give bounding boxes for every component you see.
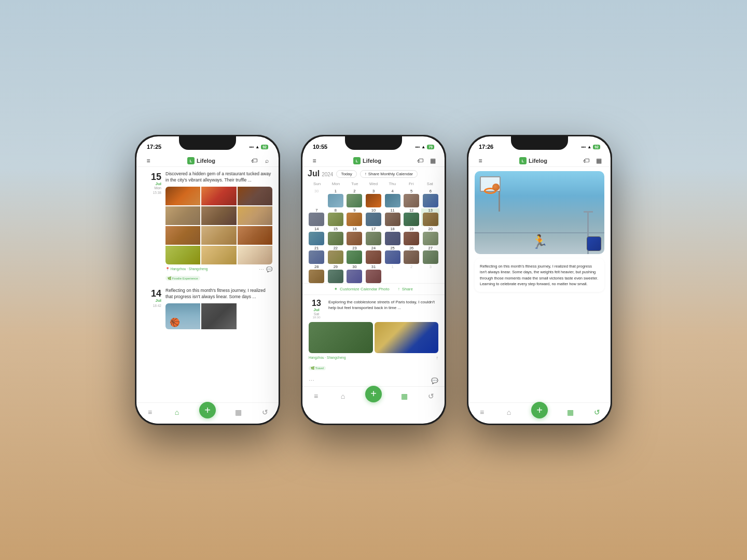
photo-1-11[interactable]: [201, 246, 236, 264]
fab-add-3[interactable]: +: [531, 402, 548, 418]
share-monthly-button[interactable]: ↑ Share Monthly Calendar: [360, 170, 418, 178]
cal-day-3[interactable]: 3: [365, 189, 383, 207]
photo-1-4[interactable]: [165, 206, 200, 225]
menu-icon-1[interactable]: ≡: [144, 156, 153, 165]
photo-1-10[interactable]: [165, 246, 200, 264]
calendar-nav-icon-3[interactable]: ▦: [594, 156, 603, 165]
cal-day-1next[interactable]: 1: [383, 265, 402, 283]
cal-day-num-3next: 3: [430, 265, 432, 269]
cal-day-27[interactable]: 27: [421, 246, 439, 264]
photo-1-8[interactable]: [201, 226, 236, 245]
tab-home-2[interactable]: ⌂: [338, 391, 348, 401]
cal-day-5[interactable]: 5: [403, 189, 421, 207]
photo-1-3[interactable]: [238, 187, 272, 205]
cal-entry-photo-1[interactable]: [309, 322, 373, 353]
cal-day-2[interactable]: 2: [345, 189, 364, 207]
cal-day-31[interactable]: 31: [365, 265, 383, 283]
wifi-icon-1: ▲: [255, 145, 259, 149]
cal-thumb-29: [328, 270, 343, 283]
tab-home-icon-2: ⌂: [338, 391, 348, 401]
cal-day-22[interactable]: 22: [327, 246, 345, 264]
cal-day-6[interactable]: 6: [421, 189, 439, 207]
cal-day-num-4: 4: [391, 189, 393, 193]
tab-home-icon-3: ⌂: [504, 408, 514, 417]
share-cal-btn[interactable]: ↑ Share: [398, 287, 413, 291]
tab-history-2[interactable]: ↺: [426, 391, 436, 401]
calendar-nav-icon-2[interactable]: ▦: [428, 156, 437, 165]
photo-1-2[interactable]: [201, 187, 236, 205]
fab-add-2[interactable]: +: [365, 386, 382, 402]
cal-day-24[interactable]: 24: [365, 246, 383, 264]
cal-day-30prev[interactable]: 30: [308, 189, 326, 207]
cal-entry-photo-2[interactable]: [375, 322, 439, 353]
photo-2-2[interactable]: [201, 303, 236, 329]
photo-1-12[interactable]: [238, 246, 272, 264]
tab-history-3[interactable]: ↺: [592, 408, 602, 417]
cal-day-30[interactable]: 30: [345, 265, 364, 283]
comment-icon-1[interactable]: 💬: [266, 267, 272, 272]
cal-day-20[interactable]: 20: [421, 227, 439, 245]
cal-entry-photos: [309, 322, 438, 353]
more-icon-1[interactable]: ⋯: [259, 267, 264, 272]
detail-thumb-overlay[interactable]: [587, 236, 601, 251]
fab-add-1[interactable]: +: [199, 402, 216, 418]
cal-day-29[interactable]: 29: [327, 265, 345, 283]
cal-day-14[interactable]: 14: [308, 227, 326, 245]
cal-day-num-23: 23: [352, 246, 356, 250]
detail-hero[interactable]: 🏃: [475, 171, 604, 254]
cal-day-2next[interactable]: 2: [403, 265, 421, 283]
cal-day-16[interactable]: 16: [345, 227, 364, 245]
bookmark-icon-3[interactable]: 🏷: [582, 156, 591, 165]
cal-day-10[interactable]: 10: [365, 208, 383, 227]
cal-day-1[interactable]: 1: [327, 189, 345, 207]
photo-1-7[interactable]: [165, 226, 200, 245]
cal-day-15[interactable]: 15: [327, 227, 345, 245]
cal-entry-share[interactable]: ↑: [436, 355, 439, 360]
search-icon-1[interactable]: ⌕: [262, 156, 271, 165]
cal-day-28[interactable]: 28: [308, 265, 326, 283]
tab-calendar-2[interactable]: ▦: [399, 391, 409, 401]
cal-day-18[interactable]: 18: [383, 227, 402, 245]
photo-1-6[interactable]: [238, 206, 272, 225]
tab-calendar-3[interactable]: ▦: [565, 408, 575, 417]
tab-menu-3[interactable]: ≡: [477, 408, 487, 417]
tab-home-1[interactable]: ⌂: [172, 408, 182, 417]
cal-day-num-25: 25: [390, 246, 394, 250]
cal-day-7[interactable]: 7: [308, 208, 326, 227]
cal-day-19[interactable]: 19: [403, 227, 421, 245]
tab-home-3[interactable]: ⌂: [504, 408, 514, 417]
entry-more-icon[interactable]: ⋯: [309, 377, 314, 384]
cal-day-4[interactable]: 4: [383, 189, 402, 207]
photo-2-1[interactable]: 🏀: [165, 303, 200, 329]
photo-1-1[interactable]: [165, 187, 200, 205]
tab-menu-2[interactable]: ≡: [311, 391, 321, 401]
hoop-pole: [499, 191, 500, 212]
tab-menu-1[interactable]: ≡: [145, 408, 155, 417]
menu-icon-2[interactable]: ≡: [310, 156, 319, 165]
tab-history-1[interactable]: ↺: [260, 408, 270, 417]
app-logo-2: L Lifelog: [353, 157, 381, 164]
cal-day-23[interactable]: 23: [345, 246, 364, 264]
photo-1-5[interactable]: [201, 206, 236, 225]
cal-day-num-14: 14: [314, 227, 319, 231]
cal-day-13-selected[interactable]: 13: [421, 208, 439, 227]
cal-day-3next[interactable]: 3: [421, 265, 439, 283]
tab-calendar-1[interactable]: ▦: [233, 408, 243, 417]
feed-tag-1[interactable]: 🌿 Foodie Experience: [165, 276, 200, 281]
cal-day-26[interactable]: 26: [403, 246, 421, 264]
cal-entry-tag[interactable]: 🌿 Travel: [309, 366, 326, 370]
customize-calendar-btn[interactable]: ✦ Customize Calendar Photo: [334, 287, 390, 291]
bookmark-icon-1[interactable]: 🏷: [250, 156, 259, 165]
photo-1-9[interactable]: [238, 226, 272, 245]
today-button[interactable]: Today: [336, 170, 356, 178]
entry-comment-icon[interactable]: 💬: [431, 377, 438, 384]
menu-icon-3[interactable]: ≡: [476, 156, 485, 165]
bookmark-icon-2[interactable]: 🏷: [416, 156, 425, 165]
cal-day-11[interactable]: 11: [383, 208, 402, 227]
cal-day-9[interactable]: 9: [345, 208, 364, 227]
cal-day-25[interactable]: 25: [383, 246, 402, 264]
cal-day-17[interactable]: 17: [365, 227, 383, 245]
cal-day-12[interactable]: 12: [403, 208, 421, 227]
cal-day-21[interactable]: 21: [308, 246, 326, 264]
cal-day-8[interactable]: 8: [327, 208, 345, 227]
